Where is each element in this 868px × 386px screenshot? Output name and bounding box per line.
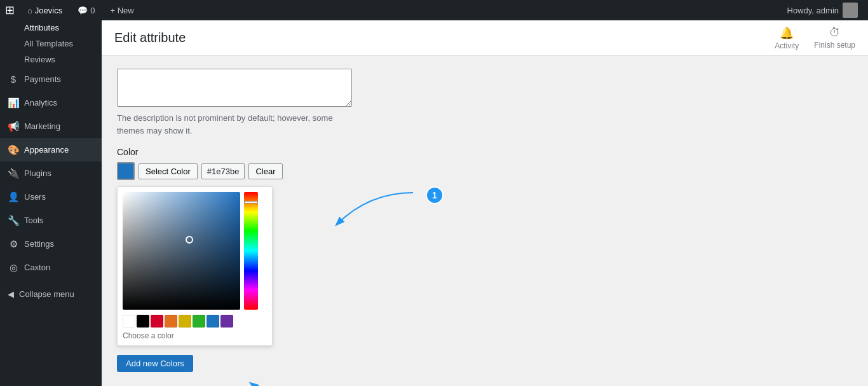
finish-setup-btn[interactable]: ⏱ Finish setup [814, 26, 855, 50]
comment-count: 0 [90, 6, 95, 15]
color-picker-body [123, 192, 267, 310]
hue-slider[interactable] [244, 192, 258, 310]
color-section: Color Select Color #1e73be Clear [117, 147, 853, 372]
color-swatch-preview[interactable] [117, 162, 135, 180]
users-icon: 👤 [8, 190, 19, 203]
sidebar-item-tools[interactable]: 🔧 Tools [0, 209, 102, 232]
description-hint: The description is not prominent by defa… [117, 112, 352, 137]
gradient-cursor [186, 236, 193, 244]
marketing-icon: 📢 [8, 120, 19, 133]
topbar-new[interactable]: + New [105, 0, 139, 20]
appearance-label: Appearance [24, 144, 69, 156]
payments-icon: $ [8, 72, 19, 86]
wp-logo-icon[interactable]: ⊞ [5, 3, 15, 17]
sidebar-item-attributes[interactable]: Attributes [0, 20, 102, 36]
new-label: + New [110, 6, 133, 15]
settings-label: Settings [24, 238, 54, 250]
site-name: Joevics [35, 6, 62, 15]
home-icon: ⌂ [27, 6, 32, 15]
plugins-icon: 🔌 [8, 167, 19, 180]
sidebar: Attributes All Templates Reviews $ Payme… [0, 20, 102, 386]
activity-label: Activity [775, 41, 799, 50]
sidebar-item-plugins[interactable]: 🔌 Plugins [0, 162, 102, 185]
analytics-label: Analytics [24, 97, 57, 109]
topbar: ⊞ ⌂ Joevics 💬 0 + New Howdy, admin [0, 0, 868, 20]
content-wrap: The description is not prominent by defa… [102, 56, 868, 385]
color-gradient-canvas[interactable] [123, 192, 240, 310]
color-picker-row: Select Color #1e73be Clear [117, 162, 853, 180]
analytics-icon: 📊 [8, 96, 19, 109]
caxton-icon: ◎ [8, 261, 19, 274]
sidebar-item-marketing[interactable]: 📢 Marketing [0, 114, 102, 138]
main-content: Edit attribute 🔔 Activity ⏱ Finish setup… [102, 20, 868, 386]
topbar-comments[interactable]: 💬 0 [72, 0, 100, 20]
page-title: Edit attribute [114, 31, 186, 45]
payments-label: Payments [24, 74, 61, 85]
howdy-text: Howdy, admin [787, 6, 839, 15]
appearance-icon: 🎨 [8, 143, 19, 156]
sidebar-item-users[interactable]: 👤 Users [0, 185, 102, 209]
activity-btn[interactable]: 🔔 Activity [775, 26, 799, 50]
sidebar-item-caxton[interactable]: ◎ Caxton [0, 256, 102, 279]
users-label: Users [24, 191, 46, 203]
choose-color-text: Choose a color [123, 331, 267, 340]
color-swatch-orange[interactable] [165, 315, 177, 327]
color-swatch-red[interactable] [151, 315, 163, 327]
color-picker-popup: Choose a color [117, 186, 273, 346]
activity-icon: 🔔 [780, 26, 794, 40]
collapse-icon: ◀ [8, 289, 14, 299]
color-swatch-purple[interactable] [220, 315, 233, 327]
finish-setup-label: Finish setup [814, 41, 855, 50]
avatar [843, 3, 858, 18]
marketing-label: Marketing [24, 121, 60, 132]
arrow-2 [213, 371, 321, 386]
sidebar-item-appearance[interactable]: 🎨 Appearance [0, 138, 102, 162]
action-bar-right: 🔔 Activity ⏱ Finish setup [775, 26, 855, 50]
tools-label: Tools [24, 215, 43, 226]
clear-button[interactable]: Clear [248, 163, 282, 179]
plugins-label: Plugins [24, 168, 51, 179]
sidebar-collapse-btn[interactable]: ◀ Collapse menu [0, 284, 102, 304]
color-swatch-white[interactable] [123, 315, 135, 327]
color-swatch-blue[interactable] [207, 315, 219, 327]
topbar-site-link[interactable]: ⌂ Joevics [22, 0, 67, 20]
color-swatch-black[interactable] [137, 315, 149, 327]
settings-icon: ⚙ [8, 237, 19, 251]
caxton-label: Caxton [24, 262, 50, 273]
sidebar-item-reviews[interactable]: Reviews [0, 52, 102, 68]
color-value: #1e73be [201, 163, 245, 179]
topbar-howdy: Howdy, admin [782, 3, 863, 18]
color-swatch-yellow[interactable] [179, 315, 191, 327]
color-swatch-green[interactable] [193, 315, 205, 327]
select-color-button[interactable]: Select Color [139, 163, 198, 179]
add-new-colors-button[interactable]: Add new Colors [117, 355, 193, 372]
description-textarea[interactable] [117, 69, 352, 107]
comment-icon: 💬 [78, 6, 88, 15]
sidebar-item-settings[interactable]: ⚙ Settings [0, 232, 102, 256]
color-swatches-row [123, 315, 267, 327]
color-label: Color [117, 147, 853, 157]
finish-setup-icon: ⏱ [829, 26, 841, 39]
sidebar-item-analytics[interactable]: 📊 Analytics [0, 91, 102, 114]
sidebar-item-all-templates[interactable]: All Templates [0, 36, 102, 52]
tools-icon: 🔧 [8, 214, 19, 227]
hue-handle [244, 201, 258, 203]
sidebar-item-payments[interactable]: $ Payments [0, 67, 102, 91]
action-bar: Edit attribute 🔔 Activity ⏱ Finish setup [102, 20, 868, 56]
collapse-label: Collapse menu [19, 289, 74, 299]
